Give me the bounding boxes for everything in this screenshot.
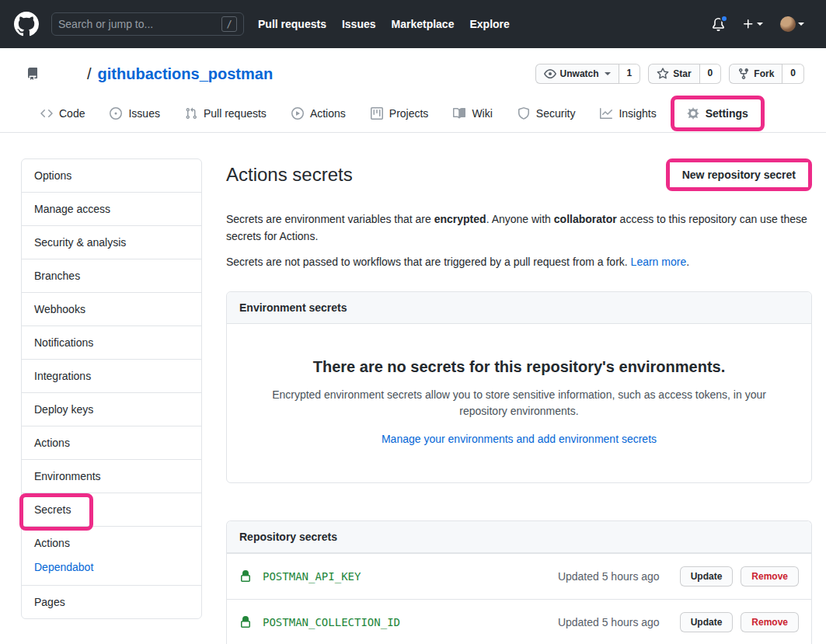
sidebar-item-branches[interactable]: Branches (22, 259, 201, 292)
tab-code[interactable]: Code (28, 95, 97, 132)
intro-paragraph-2: Secrets are not passed to workflows that… (226, 254, 812, 271)
graph-icon (600, 107, 612, 120)
notifications-bell-icon[interactable] (712, 18, 725, 31)
secrets-subnav: Actions Dependabot (22, 526, 201, 585)
tab-projects[interactable]: Projects (358, 95, 441, 132)
repo-header: / githubactions_postman Unwatch 1 Star 0… (0, 48, 826, 84)
slash-shortcut-key: / (221, 16, 237, 32)
book-icon (453, 107, 465, 120)
learn-more-link[interactable]: Learn more (631, 256, 687, 268)
tab-security[interactable]: Security (505, 95, 588, 132)
repo-tabs: Code Issues Pull requests Actions Projec… (0, 95, 826, 133)
environment-secrets-panel: Environment secrets There are no secrets… (226, 291, 812, 483)
secret-row: POSTMAN_COLLECTION_ID Updated 5 hours ag… (227, 599, 811, 644)
settings-sidebar: Options Manage access Security & analysi… (21, 158, 202, 619)
tab-wiki[interactable]: Wiki (441, 95, 504, 132)
repo-title: / githubactions_postman (87, 65, 273, 83)
secret-name: POSTMAN_COLLECTION_ID (263, 616, 400, 628)
new-secret-annotation: New repository secret (666, 158, 812, 191)
nav-pull-requests[interactable]: Pull requests (258, 18, 326, 30)
lock-icon (239, 570, 252, 583)
repository-secrets-panel: Repository secrets POSTMAN_API_KEY Updat… (226, 520, 812, 644)
update-secret-button[interactable]: Update (680, 612, 734, 632)
chevron-down-icon (757, 23, 763, 26)
subnav-actions[interactable]: Actions (34, 537, 189, 549)
gear-icon (687, 107, 699, 120)
avatar (780, 16, 796, 32)
header-right (712, 16, 804, 32)
tab-settings[interactable]: Settings (674, 99, 761, 127)
secret-row: POSTMAN_API_KEY Updated 5 hours ago Upda… (227, 553, 811, 599)
project-icon (371, 107, 383, 120)
sidebar-item-manage-access[interactable]: Manage access (22, 192, 201, 225)
search-input[interactable] (58, 18, 221, 30)
tab-pull-requests[interactable]: Pull requests (173, 95, 279, 132)
fork-button[interactable]: Fork (729, 64, 782, 84)
remove-secret-button[interactable]: Remove (741, 566, 799, 587)
eye-icon (544, 68, 556, 80)
global-search[interactable]: / (51, 12, 244, 36)
fork-icon (737, 68, 750, 80)
issue-opened-icon (110, 107, 122, 120)
actions-secrets-main: Actions secrets New repository secret Se… (226, 158, 812, 644)
update-secret-button[interactable]: Update (680, 566, 734, 587)
chevron-down-icon (798, 23, 804, 26)
sidebar-item-security-analysis[interactable]: Security & analysis (22, 225, 201, 259)
chevron-down-icon (605, 72, 611, 75)
sidebar-item-deploy-keys[interactable]: Deploy keys (22, 392, 201, 426)
shield-icon (518, 107, 530, 120)
unread-notifications-dot (720, 15, 728, 23)
lock-icon (239, 616, 252, 628)
tab-actions[interactable]: Actions (279, 95, 358, 132)
secret-updated: Updated 5 hours ago (558, 570, 660, 583)
remove-secret-button[interactable]: Remove (741, 612, 799, 632)
page-title: Actions secrets (226, 164, 353, 186)
empty-state-title: There are no secrets for this repository… (252, 358, 786, 376)
code-icon (40, 107, 53, 120)
repo-social-actions: Unwatch 1 Star 0 Fork 0 (535, 64, 804, 84)
user-menu[interactable] (780, 16, 804, 32)
create-new-menu[interactable] (742, 18, 763, 30)
tab-insights[interactable]: Insights (587, 95, 668, 132)
star-count[interactable]: 0 (700, 64, 722, 84)
sidebar-item-secrets[interactable]: Secrets (22, 493, 201, 526)
github-header: / Pull requests Issues Marketplace Explo… (0, 0, 826, 48)
settings-tab-annotation: Settings (671, 96, 765, 131)
secrets-intro: Secrets are environment variables that a… (226, 211, 812, 271)
repo-icon (26, 68, 39, 80)
sidebar-item-options[interactable]: Options (22, 159, 201, 192)
subnav-dependabot[interactable]: Dependabot (34, 561, 189, 573)
play-icon (291, 107, 304, 120)
secret-updated: Updated 5 hours ago (558, 616, 660, 628)
nav-issues[interactable]: Issues (342, 18, 376, 30)
top-navigation: Pull requests Issues Marketplace Explore (258, 18, 510, 30)
git-pull-request-icon (185, 107, 197, 120)
sidebar-item-integrations[interactable]: Integrations (22, 359, 201, 392)
nav-marketplace[interactable]: Marketplace (392, 18, 455, 30)
fork-count[interactable]: 0 (782, 64, 804, 84)
star-button[interactable]: Star (648, 64, 699, 84)
github-logo-icon[interactable] (14, 12, 39, 37)
repo-path-separator: / (87, 65, 92, 83)
secret-name: POSTMAN_API_KEY (263, 570, 361, 583)
sidebar-item-pages[interactable]: Pages (22, 585, 201, 618)
repository-secrets-header: Repository secrets (227, 521, 811, 553)
nav-explore[interactable]: Explore (469, 18, 509, 30)
repo-name-link[interactable]: githubactions_postman (98, 65, 274, 83)
sidebar-item-environments[interactable]: Environments (22, 459, 201, 493)
manage-environments-link[interactable]: Manage your environments and add environ… (382, 433, 657, 445)
sidebar-item-actions[interactable]: Actions (22, 426, 201, 459)
new-repository-secret-button[interactable]: New repository secret (670, 162, 808, 187)
unwatch-button[interactable]: Unwatch (535, 64, 619, 84)
tab-issues[interactable]: Issues (97, 95, 172, 132)
plus-icon (742, 18, 755, 30)
settings-content: Options Manage access Security & analysi… (0, 133, 826, 644)
sidebar-item-notifications[interactable]: Notifications (22, 325, 201, 359)
star-icon (657, 68, 669, 80)
environment-secrets-header: Environment secrets (227, 292, 811, 324)
watch-count[interactable]: 1 (619, 64, 641, 84)
environment-secrets-empty-state: There are no secrets for this repository… (227, 324, 811, 482)
intro-paragraph-1: Secrets are environment variables that a… (226, 211, 812, 245)
sidebar-item-webhooks[interactable]: Webhooks (22, 292, 201, 325)
empty-state-description: Encrypted environment secrets allow you … (252, 387, 786, 419)
